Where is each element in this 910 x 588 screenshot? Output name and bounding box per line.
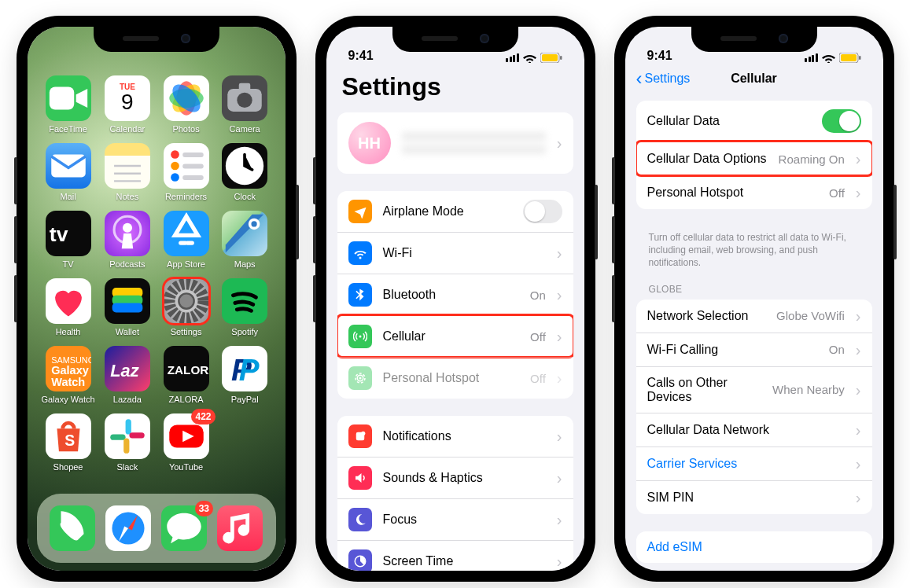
- page-title: Settings: [326, 64, 584, 106]
- row-label: Personal Hotspot: [647, 186, 819, 200]
- app-appstore[interactable]: App Store: [160, 211, 212, 269]
- row-value: Off: [829, 186, 845, 200]
- mail-icon: [46, 143, 91, 189]
- app-lazada[interactable]: LazLazada: [101, 346, 154, 404]
- app-notes[interactable]: Notes: [101, 143, 154, 201]
- row-notifications[interactable]: Notifications›: [337, 416, 573, 457]
- svg-rect-18: [182, 164, 204, 169]
- app-youtube[interactable]: 422YouTube: [160, 413, 212, 472]
- signal-icon: [506, 53, 519, 62]
- health-icon: [46, 278, 91, 324]
- account-name-redacted: [402, 132, 546, 154]
- row-label: Airplane Mode: [383, 204, 512, 219]
- app-music[interactable]: [217, 505, 263, 551]
- phone-home: 9:41 FaceTimeTUE9CalendarPhotosCameraMai…: [17, 16, 297, 582]
- avatar: HH: [348, 122, 391, 164]
- app-label: Photos: [172, 124, 199, 134]
- row-wificall[interactable]: Wi-Fi CallingOn›: [636, 333, 872, 366]
- row-sounds[interactable]: Sounds & Haptics›: [337, 457, 573, 498]
- svg-text:tv: tv: [49, 222, 68, 246]
- account-row[interactable]: HH ›: [337, 112, 573, 174]
- row-carrier[interactable]: Carrier Services›: [636, 447, 872, 480]
- row-netsel[interactable]: Network SelectionGlobe VoWifi›: [636, 300, 872, 333]
- row-label: Network Selection: [647, 309, 766, 323]
- app-label: FaceTime: [49, 124, 87, 134]
- app-podcasts[interactable]: Podcasts: [101, 211, 154, 269]
- row-hotspot[interactable]: Personal HotspotOff›: [337, 357, 573, 399]
- row-focus[interactable]: Focus›: [337, 498, 573, 540]
- lazada-icon: Laz: [105, 346, 150, 391]
- row-screentime[interactable]: Screen Time›: [337, 540, 573, 571]
- app-camera[interactable]: Camera: [219, 75, 271, 134]
- badge: 33: [195, 501, 213, 516]
- airplane-icon: [348, 200, 372, 223]
- svg-rect-43: [129, 432, 144, 438]
- app-safari[interactable]: [105, 505, 151, 551]
- app-shopee[interactable]: SShopee: [42, 413, 95, 472]
- svg-text:P: P: [239, 353, 260, 387]
- chevron-right-icon: ›: [557, 135, 562, 151]
- wifi-icon: [523, 53, 536, 63]
- app-health[interactable]: Health: [42, 278, 95, 336]
- app-photos[interactable]: Photos: [160, 75, 212, 134]
- svg-point-15: [171, 150, 179, 159]
- app-label: Health: [56, 327, 81, 336]
- row-wifi[interactable]: Wi-Fi›: [337, 232, 573, 274]
- row-callsother[interactable]: Calls on Other DevicesWhen Nearby›: [636, 366, 872, 413]
- toggle[interactable]: [822, 109, 861, 133]
- row-cellular[interactable]: CellularOff›: [337, 315, 573, 357]
- row-value: When Nearby: [772, 383, 845, 396]
- app-phone[interactable]: [50, 505, 95, 551]
- app-facetime[interactable]: FaceTime: [42, 75, 95, 134]
- app-messages[interactable]: 33: [161, 505, 207, 551]
- screentime-icon: [348, 549, 372, 571]
- svg-point-51: [359, 377, 361, 380]
- row-phot[interactable]: Personal HotspotOff›: [636, 175, 872, 209]
- row-airplane[interactable]: Airplane Mode: [337, 191, 573, 232]
- row-cellulardata[interactable]: Cellular Data: [636, 101, 872, 141]
- svg-point-26: [252, 221, 257, 226]
- row-cdataoptions[interactable]: Cellular Data OptionsRoaming On›: [636, 141, 872, 175]
- app-calendar[interactable]: TUE9Calendar: [101, 75, 154, 134]
- bluetooth-icon: [348, 283, 372, 307]
- appstore-icon: [164, 211, 209, 256]
- row-value: Globe VoWifi: [776, 309, 845, 322]
- app-zalora[interactable]: ZALORAZALORA: [160, 346, 212, 404]
- app-clock[interactable]: Clock: [219, 143, 271, 201]
- app-galaxywatch[interactable]: SAMSUNGGalaxyWatchGalaxy Watch: [42, 346, 95, 404]
- app-reminders[interactable]: Reminders: [160, 143, 212, 201]
- app-settings[interactable]: Settings: [160, 278, 212, 336]
- app-slack[interactable]: Slack: [101, 413, 154, 472]
- svg-point-19: [171, 173, 179, 182]
- svg-rect-63: [859, 56, 861, 60]
- clock-icon: [222, 143, 267, 189]
- toggle[interactable]: [523, 200, 562, 223]
- app-label: Clock: [234, 192, 256, 201]
- row-cdatanet[interactable]: Cellular Data Network›: [636, 413, 872, 447]
- row-addesim[interactable]: Add eSIM: [636, 531, 872, 563]
- row-simpin[interactable]: SIM PIN›: [636, 480, 872, 514]
- svg-point-31: [179, 293, 193, 308]
- app-label: Spotify: [231, 327, 258, 336]
- app-mail[interactable]: Mail: [42, 143, 95, 201]
- calendar-icon: TUE9: [105, 75, 150, 121]
- row-label: Add eSIM: [647, 540, 861, 554]
- app-maps[interactable]: Maps: [219, 211, 271, 269]
- row-bluetooth[interactable]: BluetoothOn›: [337, 274, 573, 315]
- chevron-right-icon: ›: [856, 382, 861, 398]
- app-wallet[interactable]: Wallet: [101, 278, 154, 336]
- app-label: Shopee: [53, 462, 83, 472]
- svg-text:S: S: [64, 432, 75, 449]
- app-label: Lazada: [113, 395, 142, 404]
- app-paypal[interactable]: PPPayPal: [219, 346, 271, 404]
- svg-rect-48: [542, 54, 558, 61]
- wifi-icon: [822, 53, 835, 63]
- wallet-icon: [105, 278, 150, 324]
- app-spotify[interactable]: Spotify: [219, 278, 271, 336]
- notes-icon: [105, 143, 150, 189]
- chevron-right-icon: ›: [557, 370, 562, 386]
- app-label: Camera: [230, 124, 260, 134]
- svg-rect-62: [841, 54, 857, 61]
- svg-rect-41: [110, 435, 125, 440]
- app-tv[interactable]: tvTV: [42, 211, 95, 269]
